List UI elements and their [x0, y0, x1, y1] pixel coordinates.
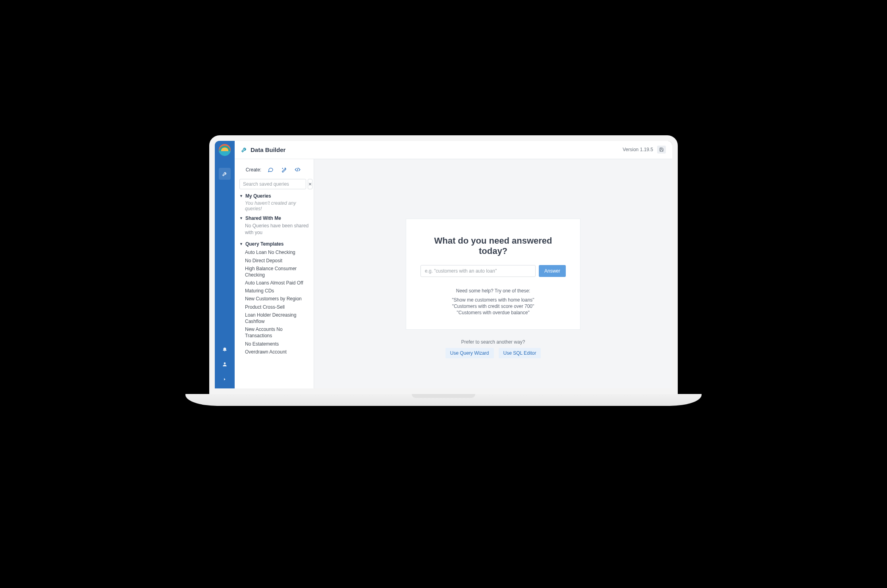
use-wizard-button[interactable]: Use Query Wizard — [445, 348, 494, 358]
section-templates-header[interactable]: ▼ Query Templates — [239, 241, 309, 247]
template-item[interactable]: New Accounts No Transactions — [245, 325, 309, 340]
question-input[interactable] — [420, 265, 536, 277]
app-root: Data Builder Version 1.19.5 — [215, 141, 672, 388]
create-row: Create: — [239, 165, 309, 175]
template-item[interactable]: No Direct Deposit — [245, 257, 309, 265]
template-item[interactable]: Maturing CDs — [245, 287, 309, 295]
user-icon — [222, 361, 228, 367]
save-button[interactable] — [657, 146, 666, 154]
rail-item-notifications[interactable] — [219, 343, 231, 355]
example-query[interactable]: "Customers with credit score over 700" — [420, 303, 566, 309]
alt-search-section: Prefer to search another way? Use Query … — [445, 339, 541, 358]
side-panel: Create: — [235, 159, 314, 388]
help-heading: Need some help? Try one of these: — [420, 288, 566, 294]
clear-search-button[interactable] — [308, 179, 312, 189]
svg-rect-2 — [661, 150, 663, 152]
template-item[interactable]: Product Cross-Sell — [245, 303, 309, 311]
save-icon — [659, 147, 664, 152]
templates-list: Auto Loan No CheckingNo Direct DepositHi… — [239, 248, 309, 356]
use-sql-button[interactable]: Use SQL Editor — [499, 348, 541, 358]
my-queries-empty: You haven't created any queries! — [245, 200, 309, 211]
svg-rect-1 — [661, 148, 662, 149]
example-query[interactable]: "Show me customers with home loans" — [420, 297, 566, 303]
left-rail — [215, 141, 235, 388]
shared-empty: No Queries have been shared with you — [245, 223, 309, 236]
caret-down-icon: ▼ — [239, 242, 243, 246]
wrench-icon — [241, 146, 247, 153]
template-item[interactable]: High Balance Consumer Checking — [245, 265, 309, 279]
svg-point-0 — [224, 362, 226, 364]
section-title: Query Templates — [245, 241, 283, 247]
rail-item-data-builder[interactable] — [219, 168, 231, 180]
examples-list: "Show me customers with home loans""Cust… — [420, 297, 566, 316]
main-heading: What do you need answered today? — [420, 236, 566, 256]
section-title: Shared With Me — [245, 215, 281, 221]
caret-down-icon: ▼ — [239, 216, 243, 220]
section-shared-header[interactable]: ▼ Shared With Me — [239, 215, 309, 221]
main-content: What do you need answered today? Answer … — [314, 159, 672, 388]
question-card: What do you need answered today? Answer … — [406, 219, 580, 330]
template-item[interactable]: Loan Holder Decreasing Cashflow — [245, 311, 309, 325]
rail-expand-button[interactable] — [219, 373, 231, 385]
chevron-right-icon — [223, 377, 227, 381]
camera-icon — [442, 138, 445, 140]
answer-button[interactable]: Answer — [539, 265, 566, 277]
create-sql-button[interactable] — [292, 165, 303, 175]
create-wizard-button[interactable] — [279, 165, 289, 175]
laptop-mockup: Data Builder Version 1.19.5 — [209, 135, 678, 406]
create-label: Create: — [246, 167, 261, 173]
section-my-queries-header[interactable]: ▼ My Queries — [239, 193, 309, 199]
template-item[interactable]: No Estatements — [245, 340, 309, 348]
code-icon — [295, 167, 301, 173]
logo[interactable] — [219, 144, 231, 156]
version-label: Version 1.19.5 — [623, 147, 653, 152]
close-icon — [308, 182, 312, 186]
prefer-label: Prefer to search another way? — [445, 339, 541, 345]
template-item[interactable]: Overdrawn Account — [245, 348, 309, 356]
section-title: My Queries — [245, 193, 271, 199]
top-bar: Data Builder Version 1.19.5 — [235, 141, 672, 159]
template-item[interactable]: Auto Loan No Checking — [245, 248, 309, 256]
chat-icon — [268, 167, 274, 173]
search-input[interactable] — [239, 179, 306, 189]
page-title: Data Builder — [241, 146, 285, 153]
page-title-text: Data Builder — [251, 146, 285, 153]
wrench-icon — [222, 171, 228, 177]
template-item[interactable]: Auto Loans Almost Paid Off — [245, 279, 309, 287]
create-chat-button[interactable] — [265, 165, 276, 175]
bell-icon — [222, 346, 228, 352]
example-query[interactable]: "Customers with overdue balance" — [420, 309, 566, 316]
caret-down-icon: ▼ — [239, 194, 243, 198]
rail-item-user[interactable] — [219, 358, 231, 370]
wand-icon — [281, 167, 287, 173]
template-item[interactable]: New Customers by Region — [245, 295, 309, 303]
